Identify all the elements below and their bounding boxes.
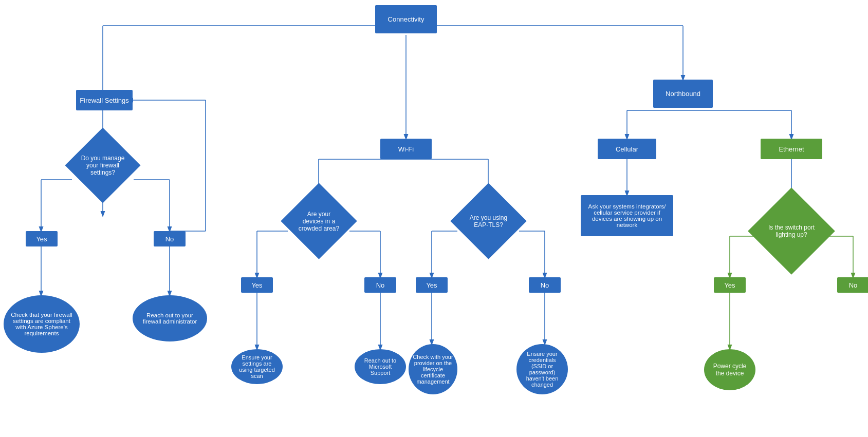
ensure-scan-oval: Ensure your settings are using targeted …	[231, 349, 283, 384]
no-eap-label: No	[541, 281, 549, 289]
no-switch-label: No	[849, 281, 858, 289]
check-firewall-label: Check that your firewall settings are co…	[4, 306, 80, 343]
reach-out-admin-oval: Reach out to your firewall administrator	[133, 295, 207, 341]
ethernet-label: Ethernet	[779, 145, 804, 153]
northbound-node: Northbound	[653, 80, 713, 108]
check-firewall-oval: Check that your firewall settings are co…	[4, 295, 80, 353]
yes-crowd-label: Yes	[251, 281, 262, 289]
reach-ms-oval: Reach out to Microsoft Support	[355, 349, 406, 384]
check-lifecycle-label: Check with your provider on the lifecycl…	[409, 350, 457, 389]
diagram-container: Connectivity Firewall Settings Do you ma…	[0, 0, 868, 437]
reach-out-admin-label: Reach out to your firewall administrator	[133, 307, 207, 330]
switch-port-diamond: Is the switch port lighting up?	[748, 187, 835, 275]
crowded-area-label: Are your devices in a crowded area?	[292, 194, 346, 248]
yes-switch-label: Yes	[724, 281, 735, 289]
power-cycle-oval: Power cycle the device	[704, 349, 755, 390]
wifi-node: Wi-Fi	[380, 139, 432, 159]
ask-systems-node: Ask your systems integrators/ cellular s…	[581, 195, 673, 236]
switch-port-label: Is the switch port lighting up?	[761, 200, 822, 262]
wifi-label: Wi-Fi	[398, 145, 414, 153]
ensure-credentials-oval: Ensure your credentials (SSID or passwor…	[516, 344, 568, 394]
ensure-scan-label: Ensure your settings are using targeted …	[231, 350, 283, 383]
manage-firewall-label: Do you manage your firewall settings?	[76, 139, 130, 192]
northbound-label: Northbound	[666, 90, 700, 98]
cellular-label: Cellular	[616, 145, 638, 153]
no-eap-node: No	[529, 277, 561, 293]
firewall-settings-node: Firewall Settings	[76, 90, 133, 110]
no-crowd-label: No	[376, 281, 385, 289]
manage-firewall-diamond: Do you manage your firewall settings?	[65, 127, 140, 203]
power-cycle-label: Power cycle the device	[704, 358, 755, 381]
connectivity-label: Connectivity	[388, 15, 424, 23]
reach-ms-label: Reach out to Microsoft Support	[355, 353, 406, 380]
check-lifecycle-oval: Check with your provider on the lifecycl…	[409, 344, 457, 394]
crowded-area-diamond: Are your devices in a crowded area?	[281, 183, 357, 259]
yes-switch-node: Yes	[714, 277, 746, 293]
ask-systems-label: Ask your systems integrators/ cellular s…	[581, 199, 673, 232]
no-switch-node: No	[837, 277, 868, 293]
ethernet-node: Ethernet	[761, 139, 822, 159]
yes-firewall-node: Yes	[26, 231, 58, 246]
ensure-credentials-label: Ensure your credentials (SSID or passwor…	[516, 347, 568, 392]
eap-tls-label: Are you using EAP-TLS?	[461, 194, 515, 248]
yes-fw-label: Yes	[36, 235, 47, 243]
yes-eap-label: Yes	[426, 281, 437, 289]
firewall-settings-label: Firewall Settings	[80, 97, 128, 104]
cellular-node: Cellular	[598, 139, 656, 159]
no-crowd-node: No	[364, 277, 396, 293]
connectivity-node: Connectivity	[375, 5, 437, 33]
yes-crowd-node: Yes	[241, 277, 273, 293]
no-fw-label: No	[165, 235, 174, 243]
yes-eap-node: Yes	[416, 277, 448, 293]
eap-tls-diamond: Are you using EAP-TLS?	[450, 183, 526, 259]
no-firewall-node: No	[154, 231, 186, 246]
